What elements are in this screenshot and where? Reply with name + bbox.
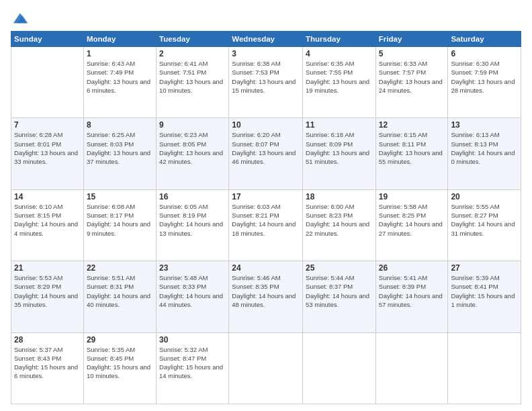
calendar-cell: 3Sunrise: 6:38 AMSunset: 7:53 PMDaylight… [229,47,303,118]
calendar-cell: 19Sunrise: 5:58 AMSunset: 8:25 PMDayligh… [375,189,448,261]
day-info: Sunrise: 5:35 AMSunset: 8:45 PMDaylight:… [87,345,153,381]
calendar-cell: 25Sunrise: 5:44 AMSunset: 8:37 PMDayligh… [303,261,376,332]
calendar-cell: 28Sunrise: 5:37 AMSunset: 8:43 PMDayligh… [11,332,84,404]
day-number: 6 [451,49,518,58]
calendar-cell: 20Sunrise: 5:55 AMSunset: 8:27 PMDayligh… [448,189,521,261]
day-number: 26 [379,263,445,273]
calendar-week-row: 28Sunrise: 5:37 AMSunset: 8:43 PMDayligh… [11,332,521,404]
calendar-cell [11,47,84,118]
day-number: 14 [14,192,81,201]
day-info: Sunrise: 5:48 AMSunset: 8:33 PMDaylight:… [159,273,226,309]
calendar-cell: 27Sunrise: 5:39 AMSunset: 8:41 PMDayligh… [448,261,521,332]
day-number: 29 [87,335,153,345]
day-info: Sunrise: 6:25 AMSunset: 8:03 PMDaylight:… [87,130,153,166]
day-number: 19 [379,192,445,201]
calendar-table: SundayMondayTuesdayWednesdayThursdayFrid… [11,31,521,404]
calendar-cell: 22Sunrise: 5:51 AMSunset: 8:31 PMDayligh… [83,261,156,332]
calendar-cell: 4Sunrise: 6:35 AMSunset: 7:55 PMDaylight… [303,47,376,118]
calendar-cell: 5Sunrise: 6:33 AMSunset: 7:57 PMDaylight… [375,47,448,118]
calendar-cell: 16Sunrise: 6:05 AMSunset: 8:19 PMDayligh… [157,189,229,261]
logo [11,11,32,26]
calendar-cell [229,332,303,404]
header [11,11,521,26]
day-info: Sunrise: 6:38 AMSunset: 7:53 PMDaylight:… [232,59,300,95]
day-number: 20 [451,192,518,201]
day-info: Sunrise: 6:10 AMSunset: 8:15 PMDaylight:… [14,202,81,238]
day-of-week-header: Friday [375,32,448,47]
day-info: Sunrise: 5:55 AMSunset: 8:27 PMDaylight:… [451,202,518,238]
calendar-week-row: 21Sunrise: 5:53 AMSunset: 8:29 PMDayligh… [11,261,521,332]
calendar-cell: 26Sunrise: 5:41 AMSunset: 8:39 PMDayligh… [375,261,448,332]
day-number: 24 [232,263,300,273]
calendar-cell: 10Sunrise: 6:20 AMSunset: 8:07 PMDayligh… [229,118,303,189]
day-info: Sunrise: 6:20 AMSunset: 8:07 PMDaylight:… [232,130,300,166]
day-of-week-header: Thursday [303,32,376,47]
calendar-cell: 15Sunrise: 6:08 AMSunset: 8:17 PMDayligh… [83,189,156,261]
day-number: 21 [14,263,81,273]
calendar-cell [448,332,521,404]
header-row: SundayMondayTuesdayWednesdayThursdayFrid… [11,32,521,47]
day-of-week-header: Tuesday [157,32,229,47]
calendar-cell: 13Sunrise: 6:13 AMSunset: 8:13 PMDayligh… [448,118,521,189]
day-info: Sunrise: 6:43 AMSunset: 7:49 PMDaylight:… [87,59,153,95]
day-number: 17 [232,192,300,201]
calendar-cell: 1Sunrise: 6:43 AMSunset: 7:49 PMDaylight… [83,47,156,118]
calendar-cell: 23Sunrise: 5:48 AMSunset: 8:33 PMDayligh… [157,261,229,332]
day-info: Sunrise: 6:23 AMSunset: 8:05 PMDaylight:… [159,130,226,166]
day-info: Sunrise: 6:08 AMSunset: 8:17 PMDaylight:… [87,202,153,238]
day-info: Sunrise: 5:44 AMSunset: 8:37 PMDaylight:… [306,273,373,309]
calendar-cell [375,332,448,404]
day-number: 23 [159,263,226,273]
day-info: Sunrise: 5:37 AMSunset: 8:43 PMDaylight:… [14,345,81,381]
day-info: Sunrise: 5:32 AMSunset: 8:47 PMDaylight:… [159,345,226,381]
day-number: 11 [306,120,373,130]
day-number: 16 [159,192,226,201]
calendar-cell: 18Sunrise: 6:00 AMSunset: 8:23 PMDayligh… [303,189,376,261]
day-number: 1 [87,49,153,58]
calendar-cell: 8Sunrise: 6:25 AMSunset: 8:03 PMDaylight… [83,118,156,189]
day-info: Sunrise: 6:33 AMSunset: 7:57 PMDaylight:… [379,59,445,95]
day-info: Sunrise: 6:35 AMSunset: 7:55 PMDaylight:… [306,59,373,95]
day-number: 27 [451,263,518,273]
day-info: Sunrise: 6:13 AMSunset: 8:13 PMDaylight:… [451,130,518,166]
calendar-cell: 17Sunrise: 6:03 AMSunset: 8:21 PMDayligh… [229,189,303,261]
day-number: 8 [87,120,153,130]
day-number: 15 [87,192,153,201]
day-info: Sunrise: 6:03 AMSunset: 8:21 PMDaylight:… [232,202,300,238]
day-number: 9 [159,120,226,130]
day-number: 7 [14,120,81,130]
calendar-week-row: 14Sunrise: 6:10 AMSunset: 8:15 PMDayligh… [11,189,521,261]
day-info: Sunrise: 5:53 AMSunset: 8:29 PMDaylight:… [14,273,81,309]
day-number: 13 [451,120,518,130]
day-info: Sunrise: 6:15 AMSunset: 8:11 PMDaylight:… [379,130,445,166]
calendar-cell: 12Sunrise: 6:15 AMSunset: 8:11 PMDayligh… [375,118,448,189]
day-number: 10 [232,120,300,130]
day-number: 4 [306,49,373,58]
calendar-cell: 9Sunrise: 6:23 AMSunset: 8:05 PMDaylight… [157,118,229,189]
day-info: Sunrise: 6:05 AMSunset: 8:19 PMDaylight:… [159,202,226,238]
day-info: Sunrise: 6:18 AMSunset: 8:09 PMDaylight:… [306,130,373,166]
day-info: Sunrise: 6:28 AMSunset: 8:01 PMDaylight:… [14,130,81,166]
calendar-header: SundayMondayTuesdayWednesdayThursdayFrid… [11,32,521,47]
day-number: 28 [14,335,81,345]
day-number: 3 [232,49,300,58]
calendar-cell: 11Sunrise: 6:18 AMSunset: 8:09 PMDayligh… [303,118,376,189]
calendar-cell: 14Sunrise: 6:10 AMSunset: 8:15 PMDayligh… [11,189,84,261]
day-number: 5 [379,49,445,58]
calendar-week-row: 1Sunrise: 6:43 AMSunset: 7:49 PMDaylight… [11,47,521,118]
day-of-week-header: Monday [83,32,156,47]
day-of-week-header: Sunday [11,32,84,47]
calendar-cell: 21Sunrise: 5:53 AMSunset: 8:29 PMDayligh… [11,261,84,332]
logo-icon [11,11,30,26]
calendar-week-row: 7Sunrise: 6:28 AMSunset: 8:01 PMDaylight… [11,118,521,189]
day-of-week-header: Saturday [448,32,521,47]
calendar-cell: 7Sunrise: 6:28 AMSunset: 8:01 PMDaylight… [11,118,84,189]
day-info: Sunrise: 5:58 AMSunset: 8:25 PMDaylight:… [379,202,445,238]
day-info: Sunrise: 5:46 AMSunset: 8:35 PMDaylight:… [232,273,300,309]
calendar-cell [303,332,376,404]
day-number: 30 [159,335,226,345]
day-info: Sunrise: 5:39 AMSunset: 8:41 PMDaylight:… [451,273,518,309]
day-of-week-header: Wednesday [229,32,303,47]
day-info: Sunrise: 6:00 AMSunset: 8:23 PMDaylight:… [306,202,373,238]
day-info: Sunrise: 5:51 AMSunset: 8:31 PMDaylight:… [87,273,153,309]
